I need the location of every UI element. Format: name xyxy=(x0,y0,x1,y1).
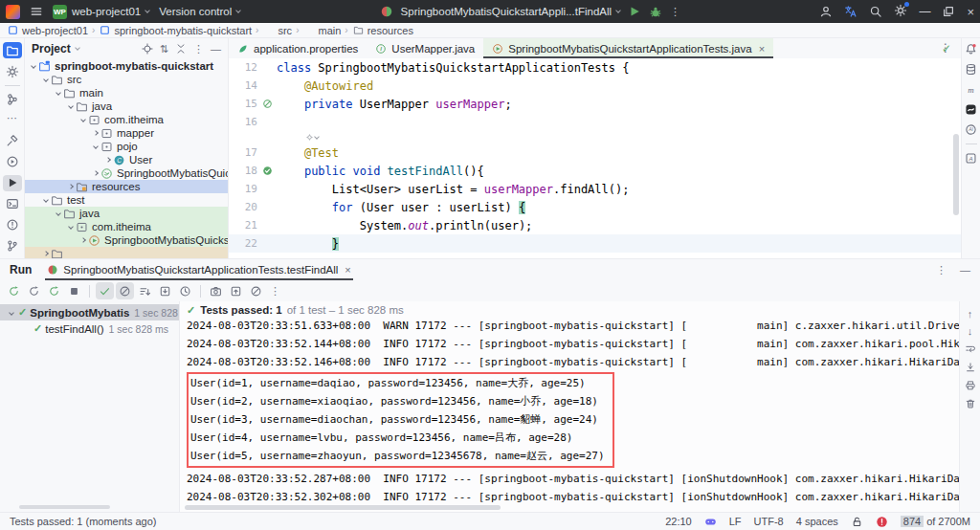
console-scrollbar[interactable] xyxy=(185,505,501,510)
lock-icon[interactable] xyxy=(851,516,863,528)
breadcrumb-item[interactable]: springboot-mybatis-quickstart › xyxy=(100,25,258,36)
tree-chevron-icon[interactable] xyxy=(105,157,111,163)
test-profile-inlay-icon[interactable] xyxy=(304,132,315,143)
inspection-ok-icon[interactable]: ✓ xyxy=(942,42,951,55)
run-tool-button[interactable] xyxy=(3,175,22,191)
vcs-widget[interactable]: Version control xyxy=(159,6,240,17)
settings-button[interactable] xyxy=(894,4,907,20)
line-ending-widget[interactable]: LF xyxy=(729,516,742,527)
tree-item[interactable]: resources xyxy=(25,180,228,193)
snapshot-button[interactable] xyxy=(207,282,225,299)
print-icon[interactable] xyxy=(965,380,976,391)
tree-item[interactable]: pojo xyxy=(25,140,228,153)
ai-assistant-icon[interactable]: AI xyxy=(965,123,977,136)
tree-chevron-icon[interactable] xyxy=(93,130,99,136)
more-tools-icon[interactable]: ⋯ xyxy=(7,113,17,123)
tree-item[interactable]: springboot-mybatis-quickstart xyxy=(25,59,228,73)
vcs-tool-button[interactable] xyxy=(3,238,22,254)
plugin-status-icon[interactable] xyxy=(704,516,717,528)
hide-panel-icon[interactable]: — xyxy=(960,265,970,276)
tree-item[interactable]: java xyxy=(25,99,228,113)
hide-panel-icon[interactable]: — xyxy=(211,44,221,55)
error-indicator-icon[interactable] xyxy=(876,516,888,528)
tree-item[interactable]: com.itheima xyxy=(25,113,228,126)
database-icon[interactable] xyxy=(965,63,977,76)
code-line[interactable]: 12 class SpringbootMybatisQuickstartAppl… xyxy=(229,58,961,77)
editor-tab[interactable]: application.properties xyxy=(229,38,367,58)
code-line[interactable]: 19 List<User> userList = userMapper.find… xyxy=(229,180,961,198)
services-tool-button[interactable] xyxy=(3,154,22,170)
debug-button[interactable] xyxy=(649,5,662,18)
test-tree-item[interactable]: ✓ SpringbootMybatis 1 sec 828 ms xyxy=(0,304,179,320)
sort-by-duration-button[interactable] xyxy=(136,282,154,299)
down-arrow-icon[interactable]: ↓ xyxy=(968,326,973,337)
user-output-line[interactable]: User(id=2, username=xiaoqiao, password=1… xyxy=(190,392,605,410)
tree-item[interactable]: test xyxy=(25,193,228,207)
code-area[interactable]: 12 class SpringbootMybatisQuickstartAppl… xyxy=(229,58,961,258)
tree-item[interactable]: SpringbootMybatisQuickst xyxy=(25,166,228,180)
close-button[interactable]: × xyxy=(967,6,974,18)
log-line[interactable]: 2024-08-03T20:33:52.287+08:00 INFO 17172… xyxy=(187,470,959,488)
translate-icon[interactable] xyxy=(844,5,858,18)
user-output-line[interactable]: User(id=4, username=lvbu, password=12345… xyxy=(190,429,605,447)
tree-item[interactable]: src xyxy=(25,73,228,86)
tree-chevron-icon[interactable] xyxy=(43,197,49,203)
log-line[interactable]: 2024-08-03T20:33:52.146+08:00 INFO 17172… xyxy=(187,353,959,371)
user-account-icon[interactable] xyxy=(819,5,833,18)
restore-button[interactable] xyxy=(942,5,955,18)
tree-chevron-icon[interactable] xyxy=(56,210,61,216)
code-line[interactable] xyxy=(229,131,961,144)
clock-widget[interactable]: 22:10 xyxy=(665,516,692,527)
code-line[interactable]: 21 System.out.println(user); xyxy=(229,216,961,234)
soft-wrap-icon[interactable] xyxy=(965,343,976,355)
chevron-down-icon[interactable] xyxy=(314,134,320,140)
close-tab-icon[interactable]: × xyxy=(759,43,765,55)
user-output-line[interactable]: User(id=5, username=zhaoyun, password=12… xyxy=(190,447,605,465)
show-passed-toggle[interactable] xyxy=(96,282,114,299)
search-icon[interactable] xyxy=(869,5,882,18)
coverage-button[interactable] xyxy=(247,282,265,299)
log-line[interactable]: 2024-08-03T20:33:52.144+08:00 INFO 17172… xyxy=(187,335,959,353)
code-line[interactable]: 20 for (User user : userList) { xyxy=(229,198,961,216)
tree-chevron-icon[interactable] xyxy=(43,251,49,256)
breadcrumb-item[interactable]: main › xyxy=(303,25,347,36)
build-tool-button[interactable] xyxy=(3,133,22,149)
status-message[interactable]: Tests passed: 1 (moments ago) xyxy=(10,516,156,527)
tree-chevron-icon[interactable] xyxy=(56,90,61,96)
indent-widget[interactable]: 4 spaces xyxy=(796,516,838,527)
memory-indicator[interactable]: 874 of 2700M xyxy=(901,516,970,527)
rerun-failed-button[interactable] xyxy=(25,282,43,299)
toggle-auto-test-button[interactable] xyxy=(45,282,63,299)
import-results-button[interactable] xyxy=(227,282,245,299)
tree-item[interactable]: com.itheima xyxy=(25,220,228,233)
commit-tool-button[interactable] xyxy=(3,63,22,79)
user-output-line[interactable]: User(id=1, username=daqiao, password=123… xyxy=(190,374,605,392)
project-tool-button[interactable] xyxy=(3,42,22,58)
tree-chevron-icon[interactable] xyxy=(93,144,99,149)
tree-item[interactable]: SpringbootMybatisQuickst xyxy=(25,233,228,247)
tree-chevron-icon[interactable] xyxy=(68,224,74,230)
tree-item[interactable] xyxy=(25,247,228,258)
minimize-button[interactable]: — xyxy=(919,5,930,18)
run-config-selector[interactable]: SpringbootMybatisQuickstartAppli...tFind… xyxy=(401,6,621,17)
run-session-tab[interactable]: SpringbootMybatisQuickstartApplicationTe… xyxy=(45,259,352,280)
more-options-icon[interactable]: ⋮ xyxy=(936,265,947,276)
code-line[interactable]: 16 xyxy=(229,113,961,131)
tree-chevron-icon[interactable] xyxy=(9,310,14,316)
test-history-button[interactable] xyxy=(176,282,194,299)
scroll-to-end-icon[interactable] xyxy=(965,362,976,373)
code-line[interactable]: 17 @Test xyxy=(229,144,961,162)
editor-scrollbar[interactable] xyxy=(953,134,959,215)
tree-chevron-icon[interactable] xyxy=(80,117,86,122)
test-tree-item[interactable]: ✓ testFindAll() 1 sec 828 ms xyxy=(0,320,179,337)
expand-all-icon[interactable]: ⇅ xyxy=(160,44,168,55)
run-panel-title[interactable]: Run xyxy=(10,263,32,276)
documentation-icon[interactable]: A xyxy=(965,152,977,165)
user-output-line[interactable]: User(id=3, username=diaochan, password=1… xyxy=(190,410,605,429)
tree-item[interactable]: main xyxy=(25,86,228,99)
navigate-test-button[interactable] xyxy=(156,282,174,299)
tree-item[interactable]: java xyxy=(25,207,228,220)
project-widget[interactable]: WP web-project01 xyxy=(53,5,149,19)
collapse-all-icon[interactable] xyxy=(175,43,187,55)
tree-chevron-icon[interactable] xyxy=(68,184,74,189)
